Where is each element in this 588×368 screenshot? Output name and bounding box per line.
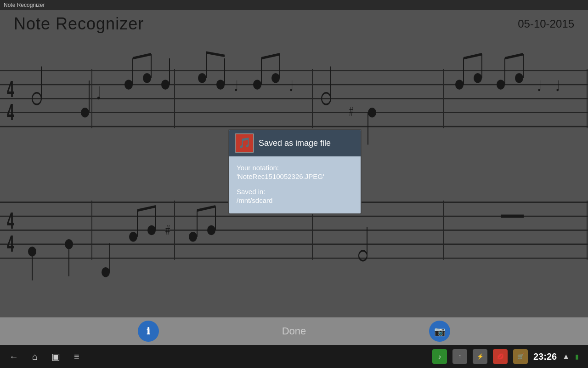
wifi-icon: ▲ bbox=[562, 352, 570, 361]
dialog-title: Saved as image file bbox=[259, 138, 331, 148]
dialog-icon: 🎵 bbox=[235, 133, 254, 153]
dialog-body: Your notation: 'NoteRec1510052326.JPEG' … bbox=[229, 156, 361, 213]
system-time: 23:26 bbox=[533, 351, 557, 362]
battery-icon: ▮ bbox=[575, 353, 579, 360]
recents-button[interactable]: ▣ bbox=[51, 351, 60, 362]
status-icon-2[interactable]: ↑ bbox=[452, 349, 467, 364]
nav-left: ← ⌂ ▣ ≡ bbox=[9, 351, 79, 362]
status-icon-1[interactable]: ♪ bbox=[432, 349, 447, 364]
title-bar: Note Recognizer bbox=[0, 0, 588, 10]
done-button[interactable]: Done bbox=[282, 325, 306, 337]
info-button[interactable]: ℹ bbox=[138, 321, 159, 342]
usb-icon[interactable]: ⚡ bbox=[473, 349, 487, 364]
menu-button[interactable]: ≡ bbox=[74, 351, 79, 362]
camera-button[interactable]: 📷 bbox=[429, 321, 450, 342]
saved-label: Saved in: bbox=[237, 188, 353, 196]
notation-label: Your notation: bbox=[237, 164, 353, 172]
action-bar: ℹ Done 📷 bbox=[0, 317, 588, 345]
save-dialog: 🎵 Saved as image file Your notation: 'No… bbox=[228, 129, 362, 214]
music-icon: 🎵 bbox=[238, 137, 251, 149]
home-button[interactable]: ⌂ bbox=[32, 351, 38, 362]
nav-bar: ← ⌂ ▣ ≡ ♪ ↑ ⚡ 💋 🛒 23:26 ▲ ▮ bbox=[0, 345, 588, 368]
camera-icon: 📷 bbox=[434, 326, 446, 337]
app-icon-red[interactable]: 💋 bbox=[493, 349, 508, 364]
back-button[interactable]: ← bbox=[9, 351, 18, 362]
dialog-header: 🎵 Saved as image file bbox=[229, 130, 361, 156]
shop-icon[interactable]: 🛒 bbox=[513, 349, 528, 364]
saved-value: /mnt/sdcard bbox=[237, 196, 353, 204]
info-icon: ℹ bbox=[147, 326, 150, 337]
nav-right: ♪ ↑ ⚡ 💋 🛒 23:26 ▲ ▮ bbox=[432, 349, 579, 364]
notation-value: 'NoteRec1510052326.JPEG' bbox=[237, 172, 353, 180]
main-content: Note Recognizer 05-10-2015 4 4 bbox=[0, 10, 588, 317]
title-bar-text: Note Recognizer bbox=[4, 2, 45, 8]
